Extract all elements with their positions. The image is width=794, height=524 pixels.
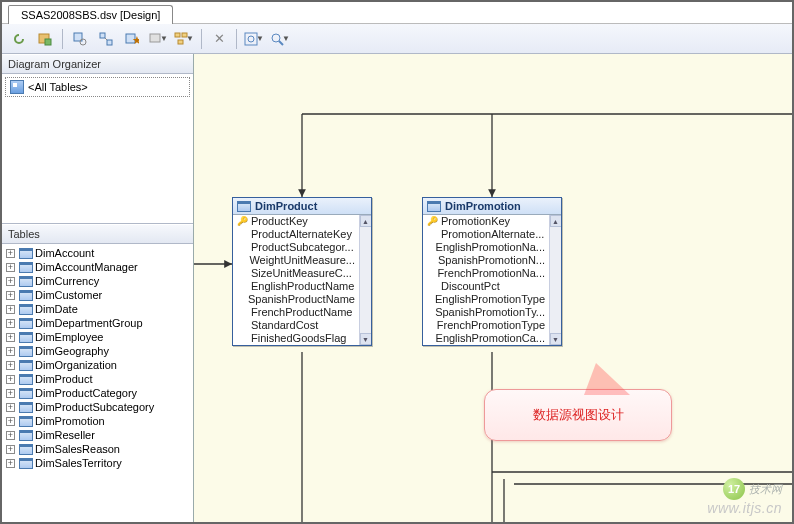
column-name: StandardCost [251,319,318,332]
table-item-dimreseller[interactable]: +DimReseller [2,428,193,442]
svg-point-15 [272,34,280,42]
expand-icon[interactable]: + [6,417,15,426]
expand-icon[interactable]: + [6,291,15,300]
delete-icon[interactable]: ✕ [208,28,230,50]
expand-icon[interactable]: + [6,347,15,356]
column-row[interactable]: FrenchPromotionNa... [423,267,549,280]
column-row[interactable]: 🔑ProductKey [233,215,359,228]
table-item-dimpromotion[interactable]: +DimPromotion [2,414,193,428]
primary-key-icon: 🔑 [427,215,437,228]
new-table-icon[interactable] [34,28,56,50]
table-item-dimdate[interactable]: +DimDate [2,302,193,316]
named-query-icon[interactable]: ★ [121,28,143,50]
table-label: DimPromotion [35,415,105,427]
column-row[interactable]: SpanishPromotionTy... [423,306,549,319]
column-name: ProductKey [251,215,308,228]
table-icon [19,402,33,413]
relationship-icon[interactable] [95,28,117,50]
expand-icon[interactable]: + [6,333,15,342]
zoom-fit-icon[interactable]: ▼ [243,28,265,50]
column-row[interactable]: EnglishPromotionNa... [423,241,549,254]
organizer-item-all-tables[interactable]: <All Tables> [6,78,189,96]
diagram-organizer-body[interactable]: <All Tables> [2,74,193,224]
refresh-icon[interactable] [8,28,30,50]
note-icon[interactable]: ▼ [147,28,169,50]
expand-icon[interactable]: + [6,459,15,468]
scroll-down-icon[interactable]: ▼ [360,333,372,345]
find-icon[interactable] [69,28,91,50]
entity-title: DimProduct [255,200,317,212]
expand-icon[interactable]: + [6,319,15,328]
column-row[interactable]: 🔑PromotionKey [423,215,549,228]
arrange-icon[interactable]: ▼ [173,28,195,50]
column-name: PromotionKey [441,215,510,228]
entity-scrollbar[interactable]: ▲▼ [549,215,561,345]
callout-text: 数据源视图设计 [484,389,672,441]
expand-icon[interactable]: + [6,375,15,384]
watermark-url: www.itjs.cn [707,500,782,516]
column-row[interactable]: EnglishPromotionType [423,293,549,306]
dsv-design-tab[interactable]: SSAS2008SBS.dsv [Design] [8,5,173,24]
table-item-dimproductsubcategory[interactable]: +DimProductSubcategory [2,400,193,414]
svg-rect-4 [100,33,105,38]
table-item-dimaccount[interactable]: +DimAccount [2,246,193,260]
column-row[interactable]: StandardCost [233,319,359,332]
entity-dimpromotion[interactable]: DimPromotion🔑PromotionKeyPromotionAltern… [422,197,562,346]
expand-icon[interactable]: + [6,445,15,454]
table-label: DimCustomer [35,289,102,301]
expand-icon[interactable]: + [6,403,15,412]
expand-icon[interactable]: + [6,277,15,286]
table-item-dimsalesreason[interactable]: +DimSalesReason [2,442,193,456]
tables-tree[interactable]: +DimAccount+DimAccountManager+DimCurrenc… [2,244,193,522]
table-item-dimproductcategory[interactable]: +DimProductCategory [2,386,193,400]
column-row[interactable]: WeightUnitMeasure... [233,254,359,267]
column-row[interactable]: EnglishPromotionCa... [423,332,549,345]
table-item-dimproduct[interactable]: +DimProduct [2,372,193,386]
column-row[interactable]: FrenchPromotionType [423,319,549,332]
column-name: FrenchPromotionType [437,319,545,332]
entity-header[interactable]: DimPromotion [423,198,561,215]
column-row[interactable]: FinishedGoodsFlag [233,332,359,345]
entity-dimproduct[interactable]: DimProduct🔑ProductKeyProductAlternateKey… [232,197,372,346]
entity-header[interactable]: DimProduct [233,198,371,215]
table-item-dimgeography[interactable]: +DimGeography [2,344,193,358]
expand-icon[interactable]: + [6,305,15,314]
table-item-dimcustomer[interactable]: +DimCustomer [2,288,193,302]
column-row[interactable]: EnglishProductName [233,280,359,293]
table-label: DimProduct [35,373,92,385]
column-row[interactable]: PromotionAlternate... [423,228,549,241]
svg-text:★: ★ [132,34,139,46]
column-row[interactable]: ProductSubcategor... [233,241,359,254]
column-row[interactable]: SpanishPromotionN... [423,254,549,267]
scroll-up-icon[interactable]: ▲ [360,215,372,227]
column-row[interactable]: SpanishProductName [233,293,359,306]
table-item-dimdepartmentgroup[interactable]: +DimDepartmentGroup [2,316,193,330]
table-item-dimsalesterritory[interactable]: +DimSalesTerritory [2,456,193,470]
design-canvas[interactable]: DimProduct🔑ProductKeyProductAlternateKey… [194,54,792,522]
table-label: DimAccountManager [35,261,138,273]
scroll-down-icon[interactable]: ▼ [550,333,562,345]
expand-icon[interactable]: + [6,389,15,398]
column-row[interactable]: ProductAlternateKey [233,228,359,241]
table-item-dimaccountmanager[interactable]: +DimAccountManager [2,260,193,274]
column-row[interactable]: FrenchProductName [233,306,359,319]
tables-header: Tables [2,224,193,244]
table-label: DimEmployee [35,331,103,343]
table-icon [427,201,441,212]
expand-icon[interactable]: + [6,361,15,370]
expand-icon[interactable]: + [6,249,15,258]
table-icon [19,332,33,343]
chevron-down-icon: ▼ [160,34,168,43]
table-label: DimSalesTerritory [35,457,122,469]
column-row[interactable]: SizeUnitMeasureC... [233,267,359,280]
column-row[interactable]: DiscountPct [423,280,549,293]
expand-icon[interactable]: + [6,431,15,440]
expand-icon[interactable]: + [6,263,15,272]
table-item-dimcurrency[interactable]: +DimCurrency [2,274,193,288]
table-item-dimorganization[interactable]: +DimOrganization [2,358,193,372]
entity-scrollbar[interactable]: ▲▼ [359,215,371,345]
scroll-up-icon[interactable]: ▲ [550,215,562,227]
zoom-icon[interactable]: ▼ [269,28,291,50]
table-icon [19,346,33,357]
table-item-dimemployee[interactable]: +DimEmployee [2,330,193,344]
